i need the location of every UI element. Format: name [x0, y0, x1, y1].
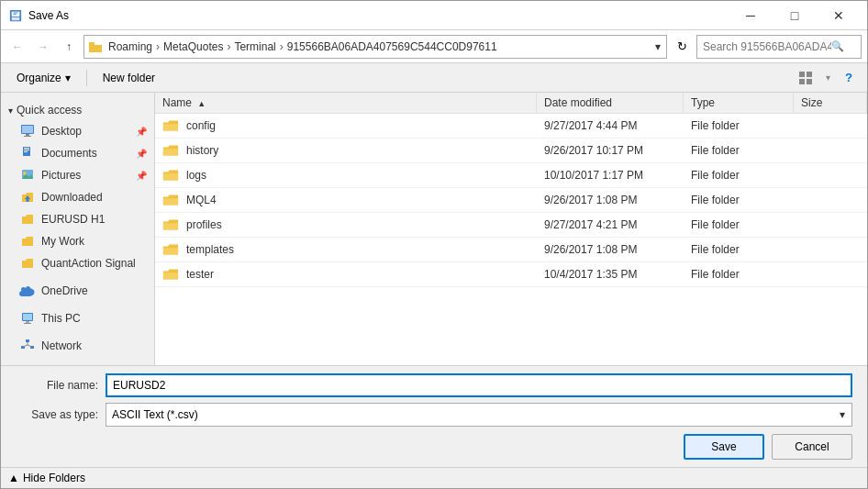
search-input[interactable] — [703, 40, 831, 53]
file-name: tester — [186, 268, 214, 281]
dialog-title: Save As — [28, 9, 729, 22]
hide-folders-label: Hide Folders — [23, 472, 85, 484]
sidebar-item-network[interactable]: Network — [1, 335, 154, 357]
table-row[interactable]: tester 10/4/2017 1:35 PM File folder — [155, 262, 867, 287]
search-box: 🔍 — [696, 35, 862, 59]
col-date-header[interactable]: Date modified — [537, 93, 684, 113]
close-button[interactable]: ✕ — [818, 3, 860, 28]
file-name: MQL4 — [186, 194, 217, 206]
file-type-cell: File folder — [684, 139, 794, 162]
svg-rect-6 — [89, 45, 102, 52]
breadcrumb-id[interactable]: 915566BA06ADA407569C544CC0D97611 — [287, 40, 497, 53]
file-type-cell: File folder — [684, 262, 794, 286]
table-row[interactable]: logs 10/10/2017 1:17 PM File folder — [155, 163, 867, 188]
help-button[interactable]: ? — [838, 67, 860, 89]
forward-button[interactable]: → — [32, 36, 54, 58]
network-label: Network — [41, 339, 82, 352]
svg-rect-9 — [799, 79, 805, 84]
view-dropdown-icon[interactable]: ▾ — [826, 72, 830, 83]
sidebar-item-desktop[interactable]: Desktop 📌 — [1, 120, 154, 142]
filename-label: File name: — [16, 379, 98, 392]
up-button[interactable]: ↑ — [58, 36, 80, 58]
col-size-header[interactable]: Size — [794, 93, 867, 113]
col-name-header[interactable]: Name ▲ — [155, 93, 537, 113]
hide-folders-row[interactable]: ▲ Hide Folders — [1, 467, 867, 488]
breadcrumb-metaquotes[interactable]: MetaQuotes — [163, 40, 223, 53]
cancel-button[interactable]: Cancel — [772, 434, 852, 460]
savetype-select-wrapper: ASCII Text (*.csv) — [106, 403, 852, 427]
window-controls: ─ □ ✕ — [729, 3, 860, 28]
save-button[interactable]: Save — [684, 434, 764, 460]
sidebar-item-my-work[interactable]: My Work — [1, 230, 154, 252]
new-folder-button[interactable]: New folder — [95, 67, 163, 89]
svg-rect-14 — [24, 136, 31, 137]
col-type-header[interactable]: Type — [684, 93, 794, 113]
address-bar: ← → ↑ Roaming › MetaQuotes › Terminal › … — [1, 30, 867, 63]
mywork-folder-icon — [19, 233, 36, 250]
pictures-pin-icon: 📌 — [136, 171, 147, 181]
sidebar-item-onedrive[interactable]: OneDrive — [1, 280, 154, 302]
file-date-cell: 9/27/2017 4:21 PM — [537, 213, 684, 237]
sidebar-item-quantaction[interactable]: QuantAction Signal — [1, 252, 154, 274]
file-size-cell — [794, 238, 867, 261]
toolbar-divider — [86, 70, 87, 86]
hide-folders-arrow-icon: ▲ — [8, 472, 19, 484]
svg-rect-24 — [23, 314, 32, 320]
sidebar-item-eurusd-h1[interactable]: EURUSD H1 — [1, 208, 154, 230]
organize-arrow-icon: ▾ — [65, 72, 71, 84]
sidebar-item-downloaded[interactable]: Downloaded — [1, 186, 154, 208]
onedrive-icon — [19, 283, 36, 299]
filename-input[interactable] — [106, 373, 852, 397]
svg-rect-2 — [12, 17, 20, 20]
breadcrumb-roaming[interactable]: Roaming — [108, 40, 152, 53]
file-type-cell: File folder — [684, 188, 794, 212]
sidebar-section-quick-access[interactable]: ▾ Quick access — [1, 100, 154, 120]
cancel-label: Cancel — [795, 440, 829, 453]
file-date-cell: 9/26/2017 1:08 PM — [537, 238, 684, 261]
svg-rect-26 — [24, 323, 31, 324]
search-icon: 🔍 — [831, 40, 844, 52]
savetype-label: Save as type: — [16, 408, 98, 421]
folder-icon — [162, 217, 179, 233]
savetype-row: Save as type: ASCII Text (*.csv) — [16, 403, 852, 427]
sidebar-item-thispc[interactable]: This PC — [1, 307, 154, 329]
file-list-body: config 9/27/2017 4:44 PM File folder his… — [155, 114, 867, 287]
folder-icon — [162, 142, 179, 159]
file-size-cell — [794, 188, 867, 212]
network-icon — [19, 338, 36, 354]
sidebar-item-pictures[interactable]: Pictures 📌 — [1, 164, 154, 186]
refresh-button[interactable]: ↻ — [671, 36, 693, 58]
file-type-cell: File folder — [684, 213, 794, 237]
sidebar-item-documents[interactable]: Documents 📌 — [1, 142, 154, 164]
downloaded-label: Downloaded — [41, 191, 103, 204]
eurusd-folder-icon — [19, 211, 36, 228]
new-folder-label: New folder — [103, 72, 155, 84]
folder-icon — [162, 266, 179, 283]
quick-access-label: Quick access — [17, 104, 82, 117]
file-size-cell — [794, 139, 867, 162]
svg-rect-27 — [26, 339, 29, 342]
svg-rect-25 — [26, 321, 29, 323]
back-button[interactable]: ← — [6, 36, 28, 58]
breadcrumb-dropdown-icon[interactable]: ▾ — [655, 40, 661, 53]
table-row[interactable]: history 9/26/2017 10:17 PM File folder — [155, 139, 867, 163]
savetype-select[interactable]: ASCII Text (*.csv) — [106, 403, 852, 427]
table-row[interactable]: templates 9/26/2017 1:08 PM File folder — [155, 238, 867, 262]
organize-button[interactable]: Organize ▾ — [8, 67, 79, 89]
table-row[interactable]: MQL4 9/26/2017 1:08 PM File folder — [155, 188, 867, 213]
file-list-container: Name ▲ Date modified Type Size — [155, 93, 867, 365]
view-button[interactable] — [793, 67, 818, 89]
breadcrumb[interactable]: Roaming › MetaQuotes › Terminal › 915566… — [83, 35, 667, 59]
sort-arrow-icon: ▲ — [197, 99, 206, 108]
svg-rect-18 — [24, 151, 28, 152]
minimize-button[interactable]: ─ — [729, 3, 772, 28]
table-row[interactable]: config 9/27/2017 4:44 PM File folder — [155, 114, 867, 139]
buttons-row: Save Cancel — [16, 434, 852, 460]
table-row[interactable]: profiles 9/27/2017 4:21 PM File folder — [155, 213, 867, 238]
folder-icon — [162, 117, 179, 134]
breadcrumb-terminal[interactable]: Terminal — [234, 40, 275, 53]
file-date-cell: 9/26/2017 1:08 PM — [537, 188, 684, 212]
eurusd-label: EURUSD H1 — [41, 213, 105, 226]
file-name: history — [186, 144, 218, 157]
maximize-button[interactable]: □ — [773, 3, 816, 28]
